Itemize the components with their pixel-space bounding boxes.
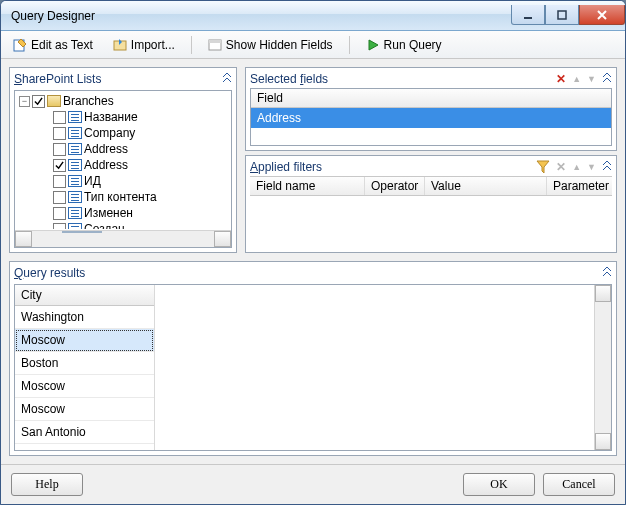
applied-filters-columns: Field name Operator Value Parameter [250, 176, 612, 196]
maximize-icon [557, 10, 567, 20]
minimize-icon [523, 10, 533, 20]
results-column-header[interactable]: City [15, 285, 154, 306]
minimize-button[interactable] [511, 5, 545, 25]
run-query-button[interactable]: Run Query [362, 36, 446, 54]
move-field-up-icon[interactable]: ▲ [572, 74, 581, 84]
expand-toggle[interactable]: − [19, 96, 30, 107]
collapse-applied-filters-icon[interactable] [602, 161, 612, 173]
result-row[interactable]: Moscow [15, 375, 154, 398]
field-checkbox[interactable] [53, 191, 66, 204]
selected-fields-title: Selected fields ✕ ▲ ▼ [246, 68, 616, 86]
run-query-label: Run Query [384, 38, 442, 52]
af-title-accel: A [250, 160, 258, 174]
remove-field-icon[interactable]: ✕ [556, 72, 566, 86]
af-title-rest: pplied filters [258, 160, 322, 174]
applied-filters-body[interactable] [250, 196, 612, 248]
query-results-panel: Query results City WashingtonMoscowBosto… [9, 261, 617, 456]
tree-root-row[interactable]: − Branches [19, 93, 229, 109]
query-results-grid[interactable]: City WashingtonMoscowBostonMoscowMoscowS… [14, 284, 612, 451]
tree-item[interactable]: Company [19, 125, 229, 141]
applied-filters-title: Applied filters ✕ ▲ ▼ [246, 156, 616, 174]
field-checkbox[interactable] [53, 127, 66, 140]
field-checkbox[interactable] [53, 143, 66, 156]
selected-fields-header-field[interactable]: Field [251, 89, 611, 108]
field-icon [68, 111, 82, 123]
tree-horizontal-scrollbar[interactable] [15, 230, 231, 247]
tree-item[interactable]: Название [19, 109, 229, 125]
query-results-title: Query results [10, 262, 616, 280]
tree-item[interactable]: Тип контента [19, 189, 229, 205]
window-title: Query Designer [11, 9, 511, 23]
col-value[interactable]: Value [425, 177, 547, 195]
scroll-down-arrow[interactable] [595, 433, 611, 450]
remove-filter-icon[interactable]: ✕ [556, 160, 566, 174]
collapse-results-icon[interactable] [602, 267, 612, 279]
result-row[interactable]: Moscow [15, 398, 154, 421]
add-filter-icon[interactable] [536, 160, 550, 174]
svg-rect-5 [209, 40, 221, 43]
tree-item-label: Тип контента [84, 190, 157, 204]
window-buttons [511, 6, 625, 25]
query-designer-window: Query Designer Edit as Text Import... [0, 0, 626, 505]
tree-body: − Branches НазваниеCompanyAddressAddress… [15, 91, 231, 229]
results-vertical-scrollbar[interactable] [594, 285, 611, 450]
show-hidden-label: Show Hidden Fields [226, 38, 333, 52]
close-button[interactable] [579, 5, 625, 25]
field-checkbox[interactable] [53, 111, 66, 124]
result-row[interactable]: San Antonio [15, 421, 154, 444]
sharepoint-tree[interactable]: − Branches НазваниеCompanyAddressAddress… [14, 90, 232, 248]
field-checkbox[interactable] [53, 223, 66, 230]
edit-text-icon [13, 38, 27, 52]
help-button[interactable]: Help [11, 473, 83, 496]
tree-item[interactable]: ИД [19, 173, 229, 189]
tree-item[interactable]: Изменен [19, 205, 229, 221]
field-checkbox[interactable] [53, 159, 66, 172]
run-icon [366, 38, 380, 52]
titlebar[interactable]: Query Designer [1, 1, 625, 31]
move-filter-down-icon[interactable]: ▼ [587, 162, 596, 172]
scroll-thumb[interactable] [62, 231, 102, 233]
result-row[interactable]: Washington [15, 306, 154, 329]
scroll-right-arrow[interactable] [214, 231, 231, 247]
col-field-name[interactable]: Field name [250, 177, 365, 195]
scroll-up-arrow[interactable] [595, 285, 611, 302]
applied-filters-panel: Applied filters ✕ ▲ ▼ Field name Operato… [245, 155, 617, 253]
tree-item-label: Название [84, 110, 138, 124]
move-field-down-icon[interactable]: ▼ [587, 74, 596, 84]
selected-fields-list[interactable]: Field Address [250, 88, 612, 146]
folder-icon [47, 95, 61, 107]
result-row[interactable]: Boston [15, 352, 154, 375]
tree-item-label: Company [84, 126, 135, 140]
tree-item[interactable]: Address [19, 157, 229, 173]
col-parameter[interactable]: Parameter [547, 177, 612, 195]
field-icon [68, 175, 82, 187]
collapse-selected-fields-icon[interactable] [602, 73, 612, 85]
show-hidden-fields-button[interactable]: Show Hidden Fields [204, 36, 337, 54]
result-row[interactable]: Moscow [15, 329, 154, 352]
col-operator[interactable]: Operator [365, 177, 425, 195]
import-icon [113, 38, 127, 52]
tree-item-label: Изменен [84, 206, 133, 220]
selected-field-row[interactable]: Address [251, 108, 611, 128]
cancel-button[interactable]: Cancel [543, 473, 615, 496]
field-checkbox[interactable] [53, 207, 66, 220]
scroll-left-arrow[interactable] [15, 231, 32, 247]
maximize-button[interactable] [545, 5, 579, 25]
close-icon [596, 10, 608, 20]
move-filter-up-icon[interactable]: ▲ [572, 162, 581, 172]
field-icon [68, 143, 82, 155]
right-column: Selected fields ✕ ▲ ▼ Field Address [245, 67, 617, 253]
toolbar: Edit as Text Import... Show Hidden Field… [1, 31, 625, 59]
qr-title-rest: uery results [23, 266, 85, 280]
import-label: Import... [131, 38, 175, 52]
svg-rect-0 [524, 17, 532, 19]
ok-button[interactable]: OK [463, 473, 535, 496]
tree-item[interactable]: Address [19, 141, 229, 157]
collapse-sharepoint-icon[interactable] [222, 73, 232, 85]
tree-item[interactable]: Создан [19, 221, 229, 229]
field-checkbox[interactable] [53, 175, 66, 188]
root-checkbox[interactable] [32, 95, 45, 108]
edit-as-text-label: Edit as Text [31, 38, 93, 52]
edit-as-text-button[interactable]: Edit as Text [9, 36, 97, 54]
import-button[interactable]: Import... [109, 36, 179, 54]
